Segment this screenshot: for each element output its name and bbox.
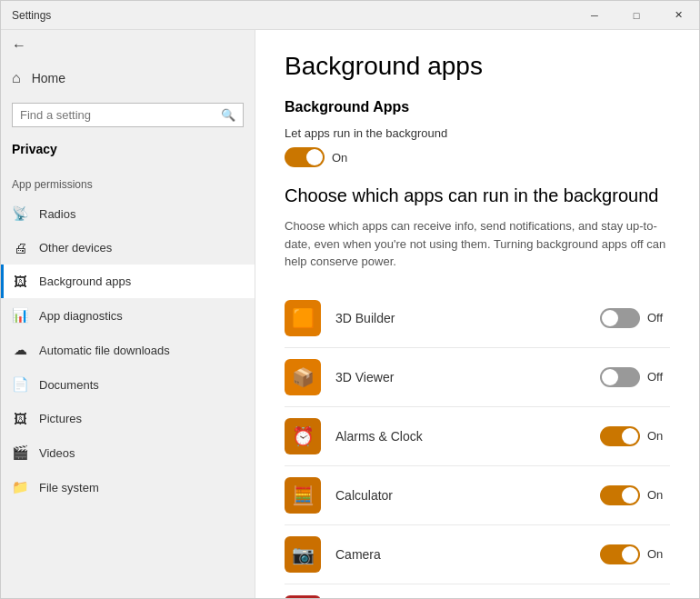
documents-icon: 📄 — [12, 376, 28, 393]
app-name-3d-builder: 3D Builder — [335, 311, 600, 325]
main-toggle-container: On — [285, 147, 670, 167]
settings-window: Settings ─ □ ✕ ← ⌂ Home 🔍 Privacy App pe… — [0, 0, 700, 599]
maximize-button[interactable]: □ — [615, 1, 657, 30]
app-permissions-title: App permissions — [1, 164, 255, 196]
app-toggle-area-3d-builder: Off — [600, 308, 670, 328]
app-toggle-knob-camera — [622, 546, 638, 563]
sidebar-item-app-diagnostics[interactable]: 📊App diagnostics — [1, 298, 255, 333]
app-row-3d-viewer: 📦3D ViewerOff — [285, 348, 670, 407]
app-row-alarms-clock: ⏰Alarms & ClockOn — [285, 407, 670, 466]
main-toggle-knob — [306, 149, 323, 165]
sidebar-item-automatic-file-downloads[interactable]: ☁Automatic file downloads — [1, 333, 255, 367]
app-name-camera: Camera — [335, 547, 600, 562]
app-toggle-text-alarms-clock: On — [647, 429, 670, 443]
sidebar-item-videos[interactable]: 🎬Videos — [1, 435, 255, 470]
titlebar-controls: ─ □ ✕ — [574, 1, 699, 30]
app-toggle-camera[interactable] — [600, 544, 640, 564]
app-row-3d-builder: 🟧3D BuilderOff — [285, 289, 670, 348]
other-devices-label: Other devices — [39, 241, 112, 255]
main-content: ← ⌂ Home 🔍 Privacy App permissions 📡Radi… — [1, 30, 699, 598]
app-row-calculator: 🧮CalculatorOn — [285, 466, 670, 525]
app-toggle-area-camera: On — [600, 544, 670, 564]
app-toggle-knob-alarms-clock — [622, 428, 638, 444]
section-title: Background Apps — [285, 99, 670, 115]
other-devices-icon: 🖨 — [12, 240, 28, 255]
app-toggle-area-alarms-clock: On — [600, 426, 670, 446]
search-icon: 🔍 — [221, 108, 235, 122]
background-apps-icon: 🖼 — [12, 274, 28, 289]
sidebar-item-home[interactable]: ⌂ Home — [1, 61, 255, 95]
search-box[interactable]: 🔍 — [12, 103, 244, 127]
main-panel: Background apps Background Apps Let apps… — [255, 30, 699, 598]
app-toggle-area-3d-viewer: Off — [600, 367, 670, 387]
app-toggle-knob-3d-viewer — [602, 369, 618, 385]
back-button[interactable]: ← — [1, 30, 255, 61]
titlebar: Settings ─ □ ✕ — [1, 1, 699, 30]
file-system-label: File system — [39, 481, 99, 494]
app-icon-alarms-clock: ⏰ — [285, 418, 321, 454]
automatic-file-downloads-label: Automatic file downloads — [39, 344, 170, 357]
app-icon-calculator: 🧮 — [285, 477, 321, 514]
app-toggle-3d-builder[interactable] — [600, 308, 640, 328]
app-toggle-text-camera: On — [647, 547, 670, 561]
app-row-camera: 📷CameraOn — [285, 525, 670, 584]
app-toggle-calculator[interactable] — [600, 485, 640, 505]
app-toggle-text-calculator: On — [647, 488, 670, 502]
apps-list: 🟧3D BuilderOff📦3D ViewerOff⏰Alarms & Clo… — [285, 289, 670, 599]
sidebar-item-other-devices[interactable]: 🖨Other devices — [1, 231, 255, 265]
sidebar-item-pictures[interactable]: 🖼Pictures — [1, 402, 255, 435]
app-name-alarms-clock: Alarms & Clock — [335, 429, 600, 444]
sidebar-items-list: 📡Radios🖨Other devices🖼Background apps📊Ap… — [1, 196, 255, 504]
videos-label: Videos — [39, 446, 75, 460]
app-row-candy-crush: 🍬Candy Crush Soda SagaOff — [285, 584, 670, 599]
home-icon: ⌂ — [12, 70, 21, 86]
back-icon: ← — [12, 37, 26, 54]
app-icon-candy-crush: 🍬 — [285, 595, 321, 599]
sidebar-item-file-system[interactable]: 📁File system — [1, 470, 255, 504]
privacy-label: Privacy — [1, 135, 255, 164]
app-toggle-text-3d-builder: Off — [647, 311, 670, 324]
sidebar: ← ⌂ Home 🔍 Privacy App permissions 📡Radi… — [1, 30, 255, 598]
app-icon-3d-builder: 🟧 — [285, 300, 321, 336]
sidebar-item-radios[interactable]: 📡Radios — [1, 196, 255, 231]
app-diagnostics-icon: 📊 — [12, 307, 28, 324]
minimize-button[interactable]: ─ — [574, 1, 615, 30]
page-title: Background apps — [285, 52, 670, 81]
pictures-icon: 🖼 — [12, 411, 28, 426]
choose-desc: Choose which apps can receive info, send… — [285, 217, 666, 271]
videos-icon: 🎬 — [12, 444, 28, 461]
sidebar-item-documents[interactable]: 📄Documents — [1, 367, 255, 402]
titlebar-title: Settings — [12, 9, 51, 22]
app-icon-3d-viewer: 📦 — [285, 359, 321, 395]
search-input[interactable] — [20, 108, 221, 122]
app-toggle-3d-viewer[interactable] — [600, 367, 640, 387]
documents-label: Documents — [39, 378, 99, 392]
pictures-label: Pictures — [39, 412, 82, 425]
toggle-label: Let apps run in the background — [285, 126, 670, 140]
app-toggle-text-3d-viewer: Off — [647, 370, 670, 384]
close-button[interactable]: ✕ — [657, 1, 699, 30]
automatic-file-downloads-icon: ☁ — [12, 342, 28, 358]
background-apps-label: Background apps — [39, 275, 131, 288]
sidebar-item-background-apps[interactable]: 🖼Background apps — [1, 265, 255, 298]
app-name-calculator: Calculator — [335, 488, 600, 503]
app-toggle-knob-3d-builder — [602, 310, 618, 326]
choose-title: Choose which apps can run in the backgro… — [285, 185, 670, 206]
main-toggle[interactable] — [285, 147, 325, 167]
home-label: Home — [32, 71, 65, 85]
app-toggle-area-calculator: On — [600, 485, 670, 505]
app-icon-camera: 📷 — [285, 536, 321, 573]
file-system-icon: 📁 — [12, 479, 28, 495]
app-name-3d-viewer: 3D Viewer — [335, 370, 600, 384]
app-diagnostics-label: App diagnostics — [39, 309, 123, 323]
radios-label: Radios — [39, 207, 75, 221]
main-toggle-text: On — [332, 151, 347, 165]
app-toggle-knob-calculator — [622, 487, 638, 504]
app-toggle-alarms-clock[interactable] — [600, 426, 640, 446]
radios-icon: 📡 — [12, 205, 28, 222]
